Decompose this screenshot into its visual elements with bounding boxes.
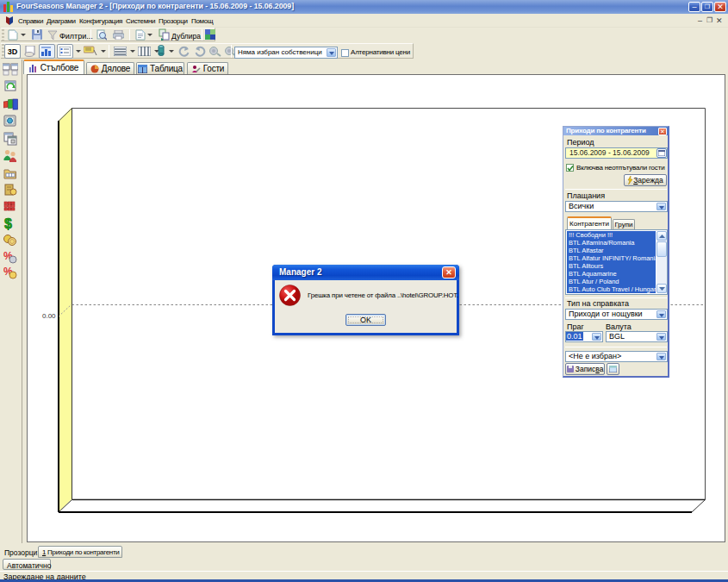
svg-text:0.00: 0.00 — [42, 312, 56, 320]
svg-text:$: $ — [4, 216, 12, 230]
